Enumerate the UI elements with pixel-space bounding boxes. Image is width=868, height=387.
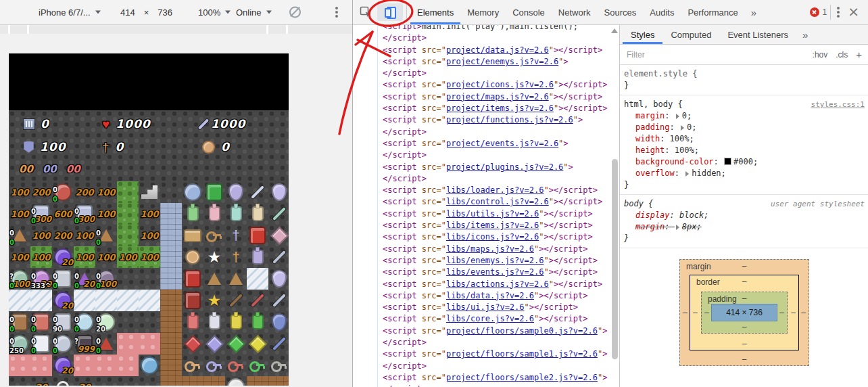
dom-tree-line: <script src="project/enemys.js?v=2.6"> [383,56,619,68]
throttling-select[interactable]: Online [236,7,272,18]
hud-value: 1000 [116,117,150,131]
scrollbar-up-arrow-icon[interactable] [611,28,618,33]
border-label: border [696,277,720,287]
error-icon [810,7,819,17]
css-property[interactable]: display: block; [624,210,865,221]
devtools-tab-audits[interactable]: Audits [643,1,681,24]
map-tile: 600 [52,203,74,225]
more-tabs-button[interactable]: » [745,7,763,18]
enemy-badge: 0 [31,208,36,215]
css-property[interactable]: height: 100%; [624,145,865,156]
devtools-tab-console[interactable]: Console [506,1,552,24]
stylesheet-source-link[interactable]: styles.css:1 [811,99,865,110]
script-src-link[interactable]: libs/control.js?v=2.6 [446,197,549,206]
box-model-diagram[interactable]: margin – – – – border – – – – padding [679,259,809,366]
device-select[interactable]: iPhone 6/7/... [39,7,101,18]
script-src-link[interactable]: project/enemys.js?v=2.6 [446,57,558,66]
script-src-link[interactable]: project/maps.js?v=2.6 [446,92,549,101]
devtools-menu-button[interactable] [834,3,842,21]
zoom-select[interactable]: 100% [198,7,231,18]
script-src-link[interactable]: project/icons.js?v=2.6 [446,80,554,89]
close-devtools-button[interactable]: × [842,3,865,21]
dom-tree-line: </script> [383,361,619,372]
css-property[interactable]: margin: 8px; [624,221,865,233]
expand-arrow-icon[interactable] [681,125,684,131]
script-src-link[interactable]: libs/enemys.js?v=2.6 [446,256,544,265]
sprite-ring [57,381,69,386]
script-src-link[interactable]: libs/utils.js?v=2.6 [446,209,539,219]
viewport-height-input[interactable]: 736 [158,7,172,18]
expand-arrow-icon[interactable] [685,171,689,177]
script-src-link[interactable]: project/events.js?v=2.6 [446,139,558,148]
script-src-link[interactable]: libs/ui.js?v=2.6 [446,302,525,312]
script-src-link[interactable]: libs/icons.js?v=2.6 [446,232,539,242]
map-tile [247,181,268,203]
script-src-link[interactable]: libs/loader.js?v=2.6 [446,185,544,195]
toggle-hover-state-button[interactable]: :hov [813,50,828,60]
map-tile: 100 [30,246,52,268]
css-property[interactable]: padding: 0; [624,122,865,133]
map-tile [247,376,268,386]
enemy-badge-green: 0 [74,217,79,225]
script-src-link[interactable]: libs/actions.js?v=2.6 [446,279,549,289]
new-style-rule-button[interactable]: + [856,49,862,60]
css-property[interactable]: margin: 0; [624,110,865,122]
styles-tab-styles[interactable]: Styles [623,26,662,44]
script-src-link[interactable]: libs/data.js?v=2.6 [446,291,534,300]
script-src-link[interactable]: project/floors/sample0.js?v=2.6 [446,326,598,336]
devtools-tab-elements[interactable]: Elements [410,1,460,24]
script-src-link[interactable]: libs/items.js?v=2.6 [446,221,539,230]
map-tile: 200 [52,225,74,246]
map-tile: 00 [52,181,74,203]
gold-icon [202,141,215,154]
device-toolbar-menu-button[interactable] [335,11,338,14]
css-property[interactable]: width: 100%; [624,133,865,145]
game-map[interactable]: 1002000020010010030000600300001001000010… [9,181,289,386]
sprite-square [185,270,201,288]
box-model-content-size: 414 × 736 [711,304,777,321]
styles-tab-event-listeners[interactable]: Event Listeners [719,26,796,44]
script-src-link[interactable]: project/floors/sample2.js?v=2.6 [446,373,598,382]
viewport-width-input[interactable]: 414 [120,7,135,18]
enemy-badge: 0 [96,273,101,280]
map-tile: 20 [52,290,74,311]
console-error-counter[interactable]: 1 [810,7,827,17]
css-property[interactable]: background-color: #000; [624,156,865,168]
styles-tab-computed[interactable]: Computed [662,26,719,44]
devtools-tab-sources[interactable]: Sources [598,1,644,24]
filter-input[interactable]: Filter [627,50,645,60]
devtools-tab-memory[interactable]: Memory [460,1,506,24]
enemy-badge-green: 0 [9,239,14,246]
rotate-viewport-button[interactable] [289,7,301,18]
script-src-link[interactable]: libs/maps.js?v=2.6 [446,244,534,254]
scrollbar-thumb[interactable] [612,159,618,359]
expand-arrow-icon[interactable] [676,225,679,230]
styles-more-tabs-button[interactable]: » [796,29,814,41]
script-src-link[interactable]: project/floors/sample1.js?v=2.6 [446,349,598,359]
inspect-element-button[interactable] [357,3,375,21]
devtools-tab-performance[interactable]: Performance [681,1,744,24]
expand-arrow-icon[interactable] [676,114,679,119]
script-src-link[interactable]: libs/core.js?v=2.6 [446,314,534,323]
toggle-class-button[interactable]: .cls [836,50,848,60]
devtools-tab-network[interactable]: Network [552,1,598,24]
map-tile [117,181,139,203]
game-viewport[interactable]: 0♥10001000100†00000000 10020000200100100… [9,53,289,386]
css-property[interactable]: overflow: hidden; [624,168,865,179]
dom-tree-line: <script src="project/floors/sample1.js?v… [383,348,619,360]
toggle-device-toolbar-button[interactable] [377,3,403,21]
script-src-link[interactable]: project/data.js?v=2.6 [446,45,549,55]
script-src-link[interactable]: project/plugins.js?v=2.6 [446,162,563,172]
color-swatch-icon[interactable] [724,158,731,165]
sprite-star: ★ [208,250,220,264]
script-src-link[interactable]: project/functions.js?v=2.6 [446,115,573,124]
script-src-link[interactable]: project/items.js?v=2.6 [446,104,554,113]
script-src-link[interactable]: libs/events.js?v=2.6 [446,267,544,277]
stylesheet-source-link[interactable]: user agent stylesheet [771,198,865,210]
map-tile [268,376,289,386]
dom-tree-line: <script src="libs/icons.js?v=2.6"></scri… [383,231,619,243]
damage-number: 20 [35,382,47,386]
map-tile [117,311,139,333]
sprite-diamond [184,335,202,353]
damage-number: 100 [99,279,116,289]
